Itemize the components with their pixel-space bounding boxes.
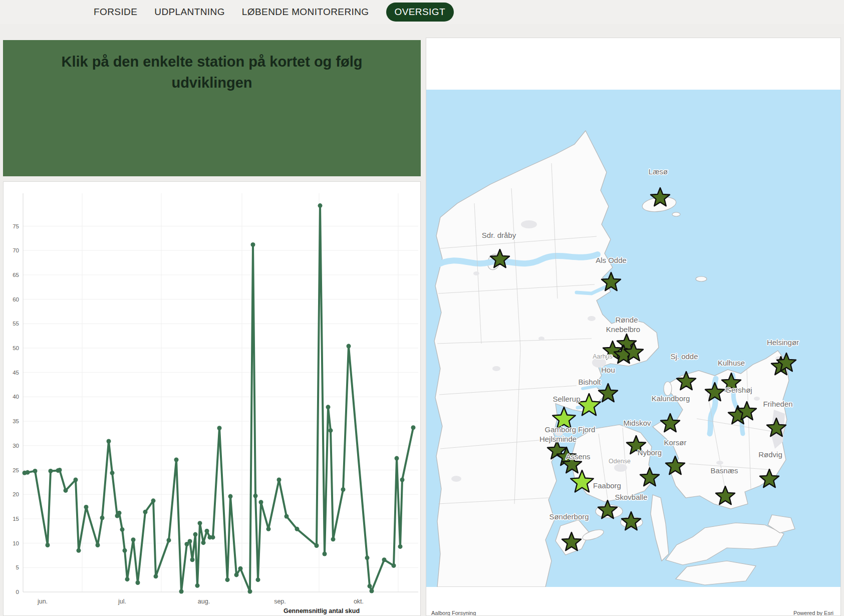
chart-point [26, 470, 30, 475]
map-place-label: Korsør [664, 438, 687, 447]
map-place-label: Sdr. dråby [482, 231, 516, 239]
map-place-label: Gamborg Fjord [545, 425, 596, 434]
chart-y-tick-label: 30 [13, 443, 19, 449]
chart-point [143, 510, 148, 514]
chart-point [326, 405, 331, 409]
chart-x-axis-title: Gennemsnitlig antal skud [284, 607, 360, 614]
chart-point [125, 577, 130, 581]
chart-x-tick-label: okt. [354, 598, 364, 605]
map-place-label: Kulhuse [718, 359, 745, 367]
chart-y-tick-label: 45 [13, 370, 19, 376]
chart-point [395, 456, 399, 461]
nav-tab-l-bende-monitorering[interactable]: LØBENDE MONITORERING [242, 7, 369, 18]
map-place-label: Sj. odde [670, 352, 698, 361]
chart-x-tick-label: jun. [37, 598, 48, 605]
map-urban-area [716, 461, 723, 465]
chart-y-tick-label: 70 [13, 247, 19, 253]
map-urban-area [473, 271, 479, 275]
chart-y-tick-label: 15 [13, 516, 19, 522]
chart-point [117, 511, 122, 515]
chart-point [195, 583, 200, 588]
chart-point [277, 477, 282, 482]
map-island [696, 276, 707, 281]
chart-y-tick-label: 10 [13, 540, 19, 546]
chart-point [120, 527, 125, 532]
chart-x-tick-label: jul. [118, 598, 126, 605]
map-place-label: Aarhus [593, 353, 613, 360]
chart-point [400, 477, 405, 482]
chart-point [368, 584, 372, 588]
chart-point [259, 500, 263, 504]
chart-point [318, 203, 323, 208]
denmark-station-map[interactable]: LæsøSdr. dråbyAls OddeRøndeKnebelbroAarh… [426, 38, 841, 616]
map-place-label: Odense [609, 458, 631, 465]
chart-y-tick-label: 25 [13, 467, 19, 473]
chart-y-tick-label: 65 [13, 272, 19, 278]
chart-point [107, 439, 111, 444]
top-navigation: FORSIDEUDPLANTNINGLØBENDE MONITORERINGOV… [0, 0, 844, 24]
chart-point [74, 477, 78, 482]
nav-tab-udplantning[interactable]: UDPLANTNING [154, 7, 225, 18]
map-place-label: Als Odde [596, 256, 627, 264]
chart-point [382, 557, 387, 562]
chart-y-tick-label: 60 [13, 296, 19, 302]
chart-point [33, 469, 38, 473]
chart-point [96, 543, 100, 547]
chart-y-tick-label: 75 [13, 223, 19, 229]
shoots-line-chart: 051015202530354045505560657075jun.jul.au… [4, 182, 421, 616]
map-place-label: Læsø [649, 167, 668, 176]
map-urban-area [538, 337, 544, 341]
chart-point [217, 426, 222, 430]
chart-point [77, 548, 81, 553]
map-place-label: Assens [566, 452, 590, 461]
chart-point [167, 538, 171, 542]
chart-point [84, 505, 89, 509]
map-instruction-banner: Klik på den enkelte station på kortet og… [3, 40, 421, 176]
chart-point [315, 543, 319, 548]
chart-point [188, 539, 192, 543]
nav-tab-oversigt[interactable]: OVERSIGT [386, 3, 454, 22]
chart-y-tick-label: 55 [13, 321, 19, 327]
chart-point [398, 544, 403, 549]
map-place-label: Nyborg [638, 448, 662, 457]
map-urban-area [492, 366, 500, 371]
chart-point [49, 469, 53, 473]
map-place-label: Gershøj [725, 386, 752, 394]
chart-point [131, 537, 136, 542]
chart-point [234, 572, 239, 577]
map-urban-area [614, 464, 627, 472]
map-place-label: Faaborg [593, 481, 621, 490]
map-urban-area [521, 220, 537, 228]
chart-y-tick-label: 40 [13, 394, 19, 400]
chart-point [251, 242, 255, 247]
chart-y-tick-label: 50 [13, 345, 19, 351]
map-attribution-esri: Powered by Esri [793, 610, 833, 616]
chart-point [256, 577, 260, 582]
chart-point [151, 498, 156, 503]
chart-point [365, 555, 370, 560]
chart-line [25, 206, 413, 591]
shoots-line-chart-card: 051015202530354045505560657075jun.jul.au… [3, 181, 421, 616]
map-place-label: Skovballe [615, 493, 647, 501]
map-place-label: Basnæs [710, 466, 738, 475]
map-place-label: Kalundborg [652, 394, 690, 403]
map-place-label: Sellerup [552, 395, 580, 403]
chart-point [331, 537, 336, 541]
chart-point [193, 532, 198, 537]
chart-y-tick-label: 20 [13, 491, 19, 497]
chart-y-tick-label: 0 [16, 589, 19, 595]
map-place-label: Hou [601, 366, 615, 374]
chart-y-tick-label: 5 [16, 564, 19, 570]
chart-point [190, 557, 195, 562]
chart-point [370, 589, 374, 593]
chart-point [174, 458, 179, 462]
map-urban-area [754, 397, 760, 401]
chart-point [123, 548, 127, 553]
nav-tab-forside[interactable]: FORSIDE [94, 7, 137, 18]
chart-y-tick-label: 35 [13, 418, 19, 424]
chart-point [179, 589, 184, 594]
chart-point [225, 577, 230, 582]
chart-point [136, 580, 140, 585]
map-place-label: Knebelbro [606, 325, 640, 334]
chart-x-tick-label: sep. [274, 598, 286, 605]
